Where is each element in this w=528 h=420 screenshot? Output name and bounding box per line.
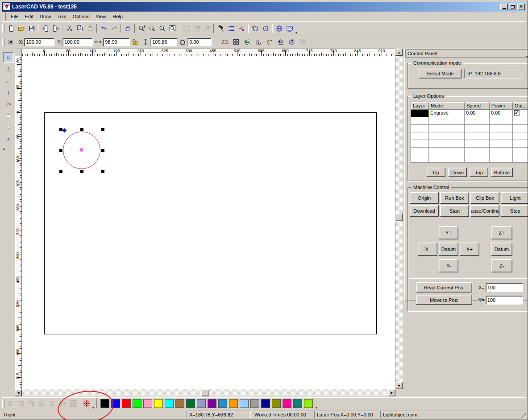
jog-xy-datum-button[interactable]: Datum [439, 243, 458, 256]
menu-edit[interactable]: Edit [22, 13, 37, 20]
pick-tool-button[interactable] [216, 24, 226, 33]
jog-x-minus-button[interactable]: X- [418, 243, 437, 256]
toolbar-grip[interactable] [2, 25, 4, 33]
layer-speed-cell[interactable]: 0.00 [465, 110, 490, 117]
color-swatch-17[interactable] [283, 399, 291, 408]
light-button[interactable]: Light [501, 192, 528, 204]
ellipse-tool-button[interactable] [3, 122, 14, 132]
color-swatch-19[interactable] [304, 399, 313, 408]
layer-output-checkbox[interactable]: ✓ [514, 110, 520, 116]
pause-continue-button[interactable]: Pause/Continue [470, 205, 499, 217]
menu-options[interactable]: Options [70, 13, 93, 20]
layer-output-cell[interactable]: ✓ [513, 110, 528, 117]
run-box-button[interactable]: Run Box [440, 192, 469, 204]
horizontal-scroll-thumb[interactable] [201, 389, 209, 396]
new-file-button[interactable] [6, 24, 16, 33]
color-swatch-10[interactable] [208, 399, 216, 408]
menu-draw[interactable]: Draw [37, 13, 54, 20]
selection-handle[interactable] [59, 149, 62, 152]
select-tool-button[interactable] [3, 52, 14, 63]
undo-button[interactable] [99, 24, 109, 33]
copy-button[interactable] [75, 24, 85, 33]
selection-handle[interactable] [101, 170, 104, 173]
pos-y-field[interactable] [486, 296, 523, 305]
height-field[interactable] [150, 38, 177, 46]
zoom-page-button[interactable] [167, 24, 178, 33]
palette-collapse-arrow[interactable]: ◂ [2, 147, 5, 151]
import-file-button[interactable] [40, 24, 50, 33]
color-swatch-11[interactable] [218, 399, 227, 408]
layer-col-power[interactable]: Power [490, 102, 513, 110]
toolbar-overflow-chevron[interactable]: ▾ [295, 31, 298, 35]
save-file-button[interactable] [26, 24, 37, 33]
read-current-pos-button[interactable]: Read Current Pos: [416, 282, 472, 292]
color-swatch-7[interactable] [175, 399, 184, 408]
drawing-canvas[interactable]: ✕ [22, 56, 395, 389]
text-tool-button[interactable]: A [3, 133, 14, 144]
mirror-horizontal-button[interactable] [275, 37, 286, 47]
origin-dropdown-chevron[interactable]: ▾ [91, 406, 95, 410]
move-to-pos-button[interactable]: Move to Pos: [416, 295, 472, 305]
color-swatch-4[interactable] [143, 399, 152, 408]
laser-origin-button[interactable] [81, 399, 91, 408]
layer-col-out[interactable]: Out... [513, 102, 528, 110]
layer-bottom-button[interactable]: Bottom [491, 168, 513, 177]
color-swatch-18[interactable] [293, 399, 302, 408]
layer-top-button[interactable]: Top [470, 168, 488, 177]
selection-handle[interactable] [59, 128, 62, 131]
jog-z-minus-button[interactable]: Z- [491, 259, 512, 272]
layer-row[interactable]: Engrave0.000.00✓ [411, 110, 528, 117]
layer-table[interactable]: LayerModeSpeedPowerOut...Engrave0.000.00… [411, 102, 528, 163]
node-edit-tool-button[interactable] [3, 64, 14, 74]
color-swatch-13[interactable] [240, 399, 249, 408]
rotation-field[interactable] [187, 38, 212, 46]
jog-z-datum-button[interactable]: Datum [491, 243, 512, 256]
bezier-tool-button[interactable] [3, 99, 14, 109]
stop-button[interactable]: Stop [501, 205, 528, 217]
color-swatch-3[interactable] [133, 399, 141, 408]
open-file-button[interactable] [16, 24, 26, 33]
layer-color-swatch[interactable] [411, 110, 429, 117]
rotate-hand-button[interactable] [264, 37, 274, 47]
layer-col-layer[interactable]: Layer [411, 102, 429, 110]
scroll-right-button[interactable]: ▶ [388, 389, 395, 396]
color-swatch-6[interactable] [165, 399, 174, 408]
scroll-up-button[interactable]: ▲ [395, 49, 403, 56]
scroll-down-button[interactable]: ▼ [395, 382, 403, 389]
download-button[interactable]: Download [410, 205, 439, 217]
zoom-selection-button[interactable] [147, 24, 157, 33]
start-button[interactable]: Start [440, 205, 469, 217]
network-globe-button[interactable] [274, 24, 284, 33]
color-swatch-14[interactable] [250, 399, 259, 408]
color-swatch-16[interactable] [272, 399, 281, 408]
pos-x-field[interactable] [486, 283, 523, 292]
layer-stack-button[interactable] [242, 37, 252, 47]
x-position-field[interactable] [24, 38, 54, 46]
selection-handle[interactable] [80, 170, 83, 173]
layer-up-button[interactable]: Up [427, 168, 445, 177]
jog-y-minus-button[interactable]: Y- [439, 259, 458, 272]
menu-tool[interactable]: Tool [54, 13, 69, 20]
bottom-grip[interactable] [2, 399, 4, 408]
line-tool-button[interactable] [3, 75, 14, 86]
minimize-button[interactable] [500, 4, 508, 10]
corner-node-button[interactable] [253, 37, 263, 47]
layer-mode-cell[interactable]: Engrave [429, 110, 465, 117]
pen-tool-button[interactable] [3, 87, 14, 98]
selection-handle[interactable] [101, 128, 104, 131]
menu-file[interactable]: File [8, 13, 22, 20]
lock-open-icon[interactable] [130, 37, 140, 47]
cloud-outline-button[interactable] [220, 37, 230, 47]
start-node-marker[interactable] [62, 128, 67, 133]
y-position-field[interactable] [62, 38, 93, 46]
maximize-button[interactable] [509, 4, 516, 10]
vertical-scroll-thumb[interactable] [395, 214, 403, 221]
preview-path-button[interactable] [250, 24, 260, 33]
color-swatch-15[interactable] [261, 399, 270, 408]
vertical-scrollbar[interactable]: ▲ ▼ [395, 49, 403, 389]
pan-hand-button[interactable] [123, 24, 133, 33]
layer-down-button[interactable]: Down [448, 168, 467, 177]
selection-handle[interactable] [101, 149, 104, 152]
jog-x-plus-button[interactable]: X+ [460, 243, 479, 256]
layer-col-mode[interactable]: Mode [429, 102, 465, 110]
